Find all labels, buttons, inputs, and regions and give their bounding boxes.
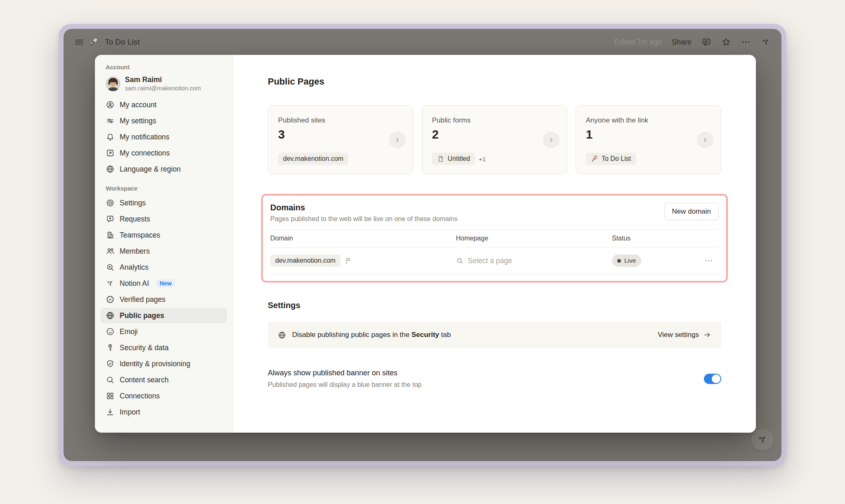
domain-chip[interactable]: dev.makenotion.com bbox=[270, 254, 340, 267]
column-domain: Domain bbox=[270, 235, 456, 242]
settings-sidebar: Account Sam Raimi sam.raimi@makenotion.c… bbox=[95, 55, 233, 433]
view-settings-label: View settings bbox=[658, 331, 699, 339]
page-chip[interactable]: To Do List bbox=[586, 153, 636, 165]
sidebar-item-label: Content search bbox=[120, 376, 169, 384]
settings-section-title: Settings bbox=[268, 301, 721, 310]
sidebar-item-settings[interactable]: Settings bbox=[101, 195, 227, 211]
sidebar-item-label: Emoji bbox=[120, 327, 138, 336]
more-pages-count: +1 bbox=[479, 155, 486, 163]
user-profile[interactable]: Sam Raimi sam.raimi@makenotion.com bbox=[101, 74, 227, 97]
globe-icon bbox=[106, 311, 115, 320]
card-label: Anyone with the link bbox=[586, 116, 711, 125]
card-label: Public forms bbox=[432, 116, 557, 125]
domains-table-header: Domain Homepage Status bbox=[270, 229, 719, 247]
more-dots-icon[interactable] bbox=[741, 37, 751, 47]
banner-text-bold: Security bbox=[411, 331, 439, 339]
share-button[interactable]: Share bbox=[672, 38, 692, 47]
sidebar-item-label: Teamspaces bbox=[120, 231, 160, 240]
sidebar-item-label: Notion AI bbox=[120, 279, 149, 288]
user-name: Sam Raimi bbox=[125, 75, 201, 85]
sidebar-item-emoji[interactable]: Emoji bbox=[101, 324, 227, 339]
sidebar-item-my-notifications[interactable]: My notifications bbox=[101, 129, 227, 145]
column-status: Status bbox=[612, 235, 699, 242]
chip-label: Untitled bbox=[448, 155, 470, 163]
shield-check-icon bbox=[106, 359, 115, 368]
arrow-up-right-box-icon bbox=[106, 148, 115, 158]
sidebar-item-verified-pages[interactable]: Verified pages bbox=[101, 292, 227, 307]
sidebar-item-requests[interactable]: Requests bbox=[101, 211, 227, 227]
person-circle-icon bbox=[106, 100, 115, 109]
edited-timestamp: Edited 7m ago bbox=[614, 38, 662, 47]
sidebar-item-my-connections[interactable]: My connections bbox=[101, 145, 227, 161]
domain-chip[interactable]: dev.makenotion.com bbox=[278, 153, 348, 165]
key-icon bbox=[106, 343, 115, 352]
sidebar-item-label: Verified pages bbox=[120, 295, 165, 304]
page-icon bbox=[437, 155, 444, 163]
notion-ai-icon[interactable] bbox=[761, 37, 771, 47]
magnifier-icon bbox=[106, 375, 115, 384]
card-count: 1 bbox=[586, 128, 711, 141]
sidebar-item-teamspaces[interactable]: Teamspaces bbox=[101, 227, 227, 243]
card-public-forms[interactable]: Public forms 2 Untitled +1 bbox=[422, 105, 567, 174]
row-menu-button[interactable] bbox=[699, 256, 719, 265]
notion-ai-fab[interactable] bbox=[752, 429, 773, 450]
flag-icon[interactable] bbox=[345, 257, 352, 265]
chevron-right-button[interactable] bbox=[697, 132, 713, 148]
sidebar-item-my-account[interactable]: My account bbox=[101, 97, 227, 113]
globe-icon bbox=[106, 165, 115, 174]
sidebar-item-notion-ai[interactable]: Notion AI New bbox=[101, 276, 227, 291]
new-domain-button[interactable]: New domain bbox=[664, 203, 719, 220]
sidebar-item-members[interactable]: Members bbox=[101, 243, 227, 259]
sidebar-item-my-settings[interactable]: My settings bbox=[101, 113, 227, 129]
sidebar-item-import[interactable]: Import bbox=[101, 404, 227, 420]
hamburger-menu-icon[interactable] bbox=[74, 37, 84, 47]
sidebar-item-public-pages[interactable]: Public pages bbox=[101, 308, 227, 323]
card-published-sites[interactable]: Published sites 3 dev.makenotion.com bbox=[268, 105, 413, 174]
sidebar-item-content-search[interactable]: Content search bbox=[101, 372, 227, 388]
chevron-right-icon bbox=[548, 136, 555, 144]
domains-subtitle: Pages published to the web will be live … bbox=[270, 215, 458, 223]
section-label-account: Account bbox=[101, 64, 227, 71]
chevron-right-icon bbox=[701, 136, 709, 144]
magnifier-plus-icon bbox=[106, 263, 115, 272]
download-icon bbox=[106, 407, 115, 417]
sidebar-item-language-region[interactable]: Language & region bbox=[101, 161, 227, 177]
card-anyone-with-link[interactable]: Anyone with the link 1 To Do List bbox=[576, 105, 721, 174]
user-email: sam.raimi@makenotion.com bbox=[125, 85, 201, 92]
comment-icon[interactable] bbox=[701, 37, 711, 47]
sidebar-item-label: My notifications bbox=[120, 133, 170, 141]
panel-title: Public Pages bbox=[268, 76, 721, 87]
sliders-icon bbox=[106, 116, 115, 125]
people-icon bbox=[106, 247, 115, 256]
notion-ai-icon bbox=[106, 279, 115, 288]
bell-icon bbox=[106, 132, 115, 141]
column-homepage: Homepage bbox=[456, 235, 612, 242]
sidebar-item-analytics[interactable]: Analytics bbox=[101, 259, 227, 275]
homepage-select[interactable]: Select a page bbox=[456, 257, 612, 265]
notion-ai-icon bbox=[757, 434, 768, 445]
sidebar-item-label: My settings bbox=[120, 117, 156, 125]
settings-modal: Account Sam Raimi sam.raimi@makenotion.c… bbox=[95, 55, 756, 433]
sidebar-item-label: Security & data bbox=[120, 344, 169, 352]
sidebar-item-label: Analytics bbox=[120, 263, 149, 272]
sidebar-item-security-data[interactable]: Security & data bbox=[101, 340, 227, 356]
globe-icon bbox=[278, 331, 286, 339]
badminton-racket-icon bbox=[591, 155, 598, 163]
speech-up-arrow-icon bbox=[106, 214, 115, 224]
sidebar-item-connections[interactable]: Connections bbox=[101, 388, 227, 404]
page-chip[interactable]: Untitled bbox=[432, 153, 475, 165]
page-title[interactable]: To Do List bbox=[105, 38, 139, 47]
star-icon[interactable] bbox=[721, 37, 731, 47]
view-settings-link[interactable]: View settings bbox=[658, 331, 711, 339]
security-banner: Disable publishing public pages in the S… bbox=[268, 322, 721, 348]
chip-label: To Do List bbox=[602, 155, 631, 163]
gear-icon bbox=[106, 198, 115, 207]
published-banner-toggle[interactable] bbox=[704, 374, 721, 384]
chevron-right-button[interactable] bbox=[389, 132, 406, 148]
banner-text-suffix: tab bbox=[439, 331, 451, 339]
sidebar-item-identity-provisioning[interactable]: Identity & provisioning bbox=[101, 356, 227, 372]
sidebar-item-label: My account bbox=[120, 101, 156, 109]
avatar bbox=[106, 76, 120, 91]
chevron-right-button[interactable] bbox=[543, 132, 559, 148]
badminton-racket-icon bbox=[89, 37, 99, 47]
